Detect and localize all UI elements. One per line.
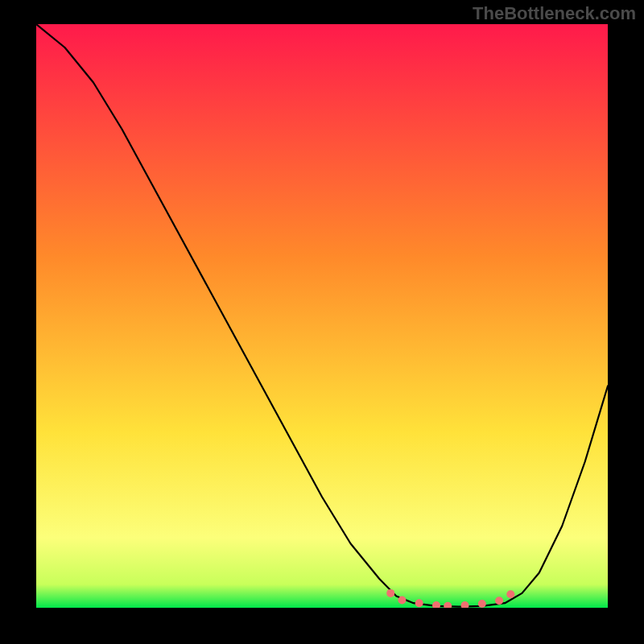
svg-rect-0 [36,24,608,608]
svg-point-9 [506,590,514,598]
watermark-text: TheBottleneck.com [473,3,636,24]
svg-point-7 [478,600,486,608]
chart-svg [36,24,608,608]
svg-point-1 [386,589,394,597]
svg-point-2 [398,597,406,605]
svg-point-3 [415,599,423,607]
svg-point-8 [495,597,503,605]
chart-container: TheBottleneck.com [0,0,644,644]
plot-area [36,24,608,608]
